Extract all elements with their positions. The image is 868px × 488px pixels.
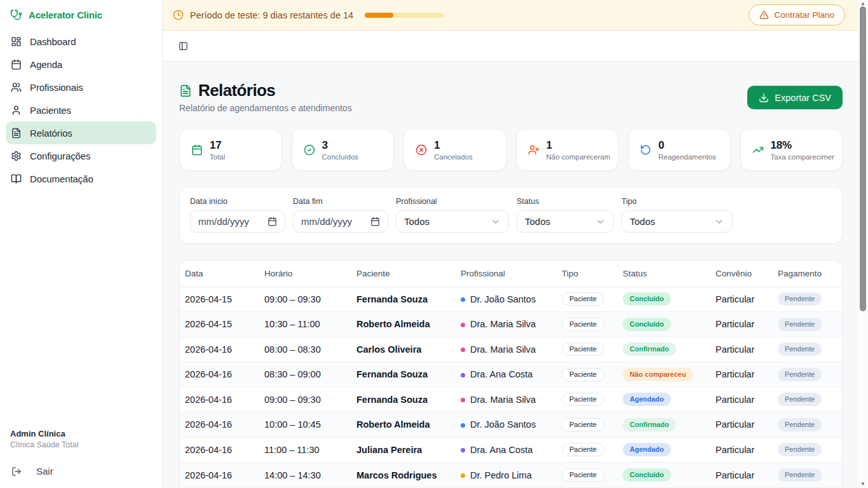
cell-data: 2026-04-16 bbox=[180, 387, 259, 412]
org-name: Clínica Saúde Total bbox=[10, 440, 152, 449]
sidebar-item-documentacao[interactable]: Documentação bbox=[6, 167, 156, 190]
cell-pagamento: Pendente bbox=[773, 337, 842, 362]
table-row: 2026-04-1614:00 – 14:30Marcos RodriguesD… bbox=[180, 463, 842, 488]
cell-paciente: Marcos Rodrigues bbox=[351, 463, 456, 488]
cell-data: 2026-04-16 bbox=[180, 463, 259, 488]
reports-table-card: DataHorárioPacienteProfissionalTipoStatu… bbox=[179, 260, 843, 487]
calendar-icon bbox=[11, 59, 22, 70]
date-input-data-inicio[interactable]: mm/dd/yyyy bbox=[190, 210, 285, 233]
professional-color-dot bbox=[461, 423, 465, 428]
payment-badge: Pendente bbox=[778, 418, 822, 431]
col-header-convenio: Convênio bbox=[710, 261, 773, 287]
cell-horario: 08:00 – 08:30 bbox=[259, 337, 351, 362]
sidebar-item-label: Relatórios bbox=[30, 128, 72, 139]
sidebar-item-agenda[interactable]: Agenda bbox=[6, 53, 156, 76]
tipo-badge: Paciente bbox=[562, 443, 604, 456]
download-icon bbox=[759, 93, 769, 103]
cell-horario: 09:00 – 09:30 bbox=[259, 287, 351, 312]
table-row: 2026-04-1608:30 – 09:00Fernanda SouzaDra… bbox=[180, 362, 842, 388]
cell-convenio: Particular bbox=[710, 287, 773, 312]
col-header-paciente: Paciente bbox=[351, 261, 456, 287]
vertical-scrollbar[interactable]: ▲ ▼ bbox=[858, 0, 868, 488]
tipo-badge: Paciente bbox=[562, 393, 604, 406]
scrollbar-thumb[interactable] bbox=[860, 6, 866, 311]
sidebar-item-configuracoes[interactable]: Configurações bbox=[6, 144, 156, 167]
chevron-down-icon bbox=[595, 217, 606, 227]
sidebar-item-relatorios[interactable]: Relatórios bbox=[6, 121, 156, 144]
cell-convenio: Particular bbox=[710, 387, 773, 412]
table-header-row: DataHorárioPacienteProfissionalTipoStatu… bbox=[180, 261, 842, 287]
cell-convenio: Particular bbox=[710, 312, 773, 337]
sidebar-item-dashboard[interactable]: Dashboard bbox=[6, 30, 156, 53]
scroll-down-arrow[interactable]: ▼ bbox=[858, 480, 868, 488]
file-text-icon bbox=[11, 128, 22, 139]
col-header-status: Status bbox=[618, 261, 710, 287]
sidebar-item-profissionais[interactable]: Profissionais bbox=[6, 76, 156, 98]
filter-value: Todos bbox=[404, 216, 430, 227]
col-header-data: Data bbox=[180, 261, 259, 287]
cell-profissional: Dra. Maria Silva bbox=[456, 337, 557, 362]
cell-horario: 08:30 – 09:00 bbox=[259, 362, 351, 388]
cell-data: 2026-04-16 bbox=[180, 437, 259, 463]
table-row: 2026-04-1510:30 – 11:00Roberto AlmeidaDr… bbox=[180, 312, 842, 337]
filter-label: Data fim bbox=[293, 197, 388, 206]
logout-button[interactable]: Sair bbox=[10, 464, 152, 478]
export-csv-button[interactable]: Exportar CSV bbox=[747, 86, 843, 109]
sidebar-toggle-icon[interactable] bbox=[179, 41, 188, 51]
calendar-icon bbox=[370, 217, 380, 226]
select-profissional[interactable]: Todos bbox=[396, 210, 509, 233]
stat-card-reagendamentos: 0Reagendamentos bbox=[628, 129, 731, 171]
payment-badge: Pendente bbox=[778, 342, 822, 356]
cell-convenio: Particular bbox=[710, 463, 773, 488]
cell-tipo: Paciente bbox=[557, 287, 618, 312]
cell-data: 2026-04-16 bbox=[180, 337, 259, 362]
status-badge: Confirmado bbox=[623, 342, 676, 356]
cell-pagamento: Pendente bbox=[773, 362, 842, 388]
cell-convenio: Particular bbox=[710, 337, 773, 362]
cell-status: Agendado bbox=[618, 437, 710, 463]
user-x-icon bbox=[528, 144, 539, 156]
stat-value: 0 bbox=[658, 139, 716, 152]
export-csv-label: Exportar CSV bbox=[775, 93, 831, 103]
filter-profissional: ProfissionalTodos bbox=[396, 197, 509, 233]
trial-progress-bar bbox=[365, 13, 444, 18]
trial-banner: Período de teste: 9 dias restantes de 14… bbox=[163, 0, 858, 30]
cell-paciente: Fernanda Souza bbox=[351, 287, 456, 312]
upgrade-plan-button[interactable]: Contratar Plano bbox=[749, 4, 845, 25]
filter-data-fim: Data fimmm/dd/yyyy bbox=[293, 197, 388, 233]
professional-color-dot bbox=[461, 373, 465, 377]
page-content: Relatórios Relatório de agendamentos e a… bbox=[163, 62, 858, 488]
cell-pagamento: Pendente bbox=[773, 387, 842, 412]
reports-table: DataHorárioPacienteProfissionalTipoStatu… bbox=[180, 261, 842, 487]
cell-tipo: Paciente bbox=[557, 362, 618, 388]
cell-pagamento: Pendente bbox=[773, 287, 842, 312]
cell-tipo: Paciente bbox=[557, 387, 618, 412]
cell-paciente: Juliana Pereira bbox=[351, 437, 456, 463]
cell-data: 2026-04-15 bbox=[180, 312, 259, 337]
sidebar-item-label: Pacientes bbox=[30, 105, 71, 116]
stat-label: Taxa comparecimento bbox=[771, 153, 835, 161]
payment-badge: Pendente bbox=[778, 393, 822, 406]
logout-label: Sair bbox=[36, 466, 53, 477]
tipo-badge: Paciente bbox=[562, 318, 604, 331]
status-badge: Não compareceu bbox=[623, 368, 693, 381]
cell-paciente: Fernanda Souza bbox=[351, 362, 456, 388]
x-circle-icon bbox=[416, 144, 427, 156]
filter-value: Todos bbox=[630, 216, 655, 227]
cell-paciente: Roberto Almeida bbox=[351, 312, 456, 337]
book-open-icon bbox=[11, 173, 22, 184]
sidebar-item-pacientes[interactable]: Pacientes bbox=[6, 98, 156, 121]
date-input-data-fim[interactable]: mm/dd/yyyy bbox=[293, 210, 388, 233]
cell-pagamento: Pendente bbox=[773, 412, 842, 438]
col-header-profissional: Profissional bbox=[456, 261, 557, 287]
select-status[interactable]: Todos bbox=[517, 210, 614, 233]
stat-card-taxa-comparecimento: 18%Taxa comparecimento bbox=[740, 129, 843, 171]
select-tipo[interactable]: Todos bbox=[621, 210, 733, 233]
payment-badge: Pendente bbox=[778, 318, 822, 331]
cell-horario: 11:00 – 11:30 bbox=[259, 437, 351, 463]
user-name: Admin Clínica bbox=[10, 429, 152, 438]
status-badge: Concluído bbox=[623, 468, 671, 482]
professional-color-dot bbox=[461, 473, 465, 478]
cell-convenio: Particular bbox=[710, 412, 773, 438]
users-icon bbox=[11, 82, 22, 93]
